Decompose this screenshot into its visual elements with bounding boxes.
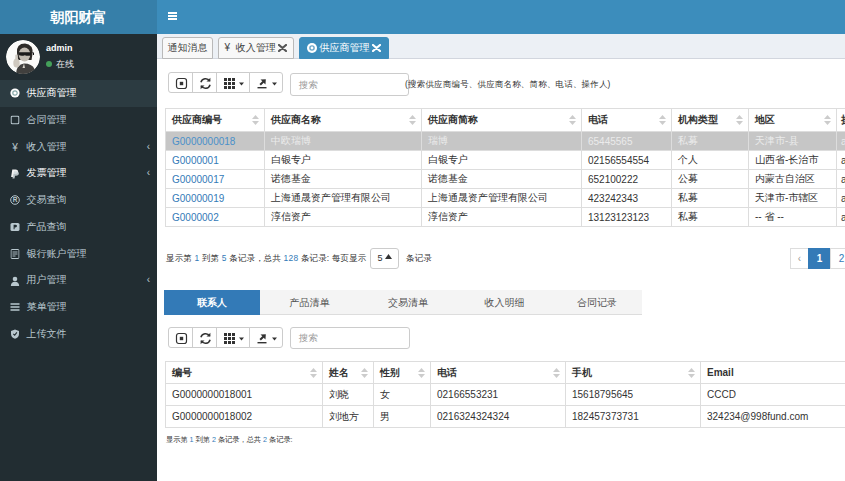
svg-text:R: R bbox=[12, 197, 17, 204]
svg-text:¥: ¥ bbox=[11, 142, 18, 152]
